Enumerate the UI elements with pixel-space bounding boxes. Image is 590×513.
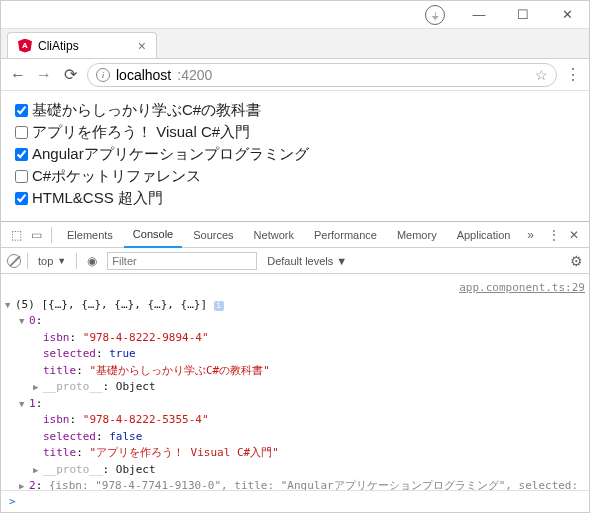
source-link[interactable]: app.component.ts:29 bbox=[459, 280, 585, 297]
devtools-tab-performance[interactable]: Performance bbox=[305, 222, 386, 248]
devtools-close-icon[interactable]: ✕ bbox=[565, 226, 583, 244]
browser-tab[interactable]: A CliAtips × bbox=[7, 32, 157, 58]
tab-strip: A CliAtips × bbox=[1, 29, 589, 59]
book-row: アプリを作ろう！ Visual C#入門 bbox=[15, 123, 575, 142]
reload-button[interactable]: ⟳ bbox=[61, 65, 79, 84]
clear-console-icon[interactable] bbox=[7, 254, 21, 268]
console-object[interactable]: ▼1: bbox=[5, 396, 585, 413]
toolbar: ← → ⟳ i localhost:4200 ☆ ⋮ bbox=[1, 59, 589, 91]
devtools-tab-sources[interactable]: Sources bbox=[184, 222, 242, 248]
console-filter-input[interactable] bbox=[107, 252, 257, 270]
book-title: C#ポケットリファレンス bbox=[32, 167, 201, 186]
console-output[interactable]: app.component.ts:29 ▼(5) [{…}, {…}, {…},… bbox=[1, 274, 589, 490]
devtools-tab-elements[interactable]: Elements bbox=[58, 222, 122, 248]
console-proto[interactable]: ▶__proto__: Object bbox=[5, 462, 585, 479]
console-prop: title: "基礎からしっかり学ぶC#の教科書" bbox=[5, 363, 585, 380]
devtools-tab-application[interactable]: Application bbox=[448, 222, 520, 248]
page-content: 基礎からしっかり学ぶC#の教科書 アプリを作ろう！ Visual C#入門 An… bbox=[1, 91, 589, 221]
back-button[interactable]: ← bbox=[9, 66, 27, 84]
book-checkbox[interactable] bbox=[15, 148, 28, 161]
console-context-select[interactable]: top▼ bbox=[34, 255, 70, 267]
devtools-panel: ⬚ ▭ Elements Console Sources Network Per… bbox=[1, 221, 589, 512]
tab-title: CliAtips bbox=[38, 39, 79, 53]
book-checkbox[interactable] bbox=[15, 126, 28, 139]
book-title: HTML&CSS 超入門 bbox=[32, 189, 163, 208]
info-badge-icon[interactable]: i bbox=[214, 301, 224, 311]
console-prop: isbn: "978-4-8222-5355-4" bbox=[5, 412, 585, 429]
devtools-more-tabs-icon[interactable]: » bbox=[521, 226, 539, 244]
book-checkbox[interactable] bbox=[15, 104, 28, 117]
book-checkbox[interactable] bbox=[15, 192, 28, 205]
browser-menu-icon[interactable]: ⋮ bbox=[565, 65, 581, 84]
console-object-collapsed[interactable]: ▶2: {isbn: "978-4-7741-9130-0", title: "… bbox=[5, 478, 585, 490]
devtools-tab-network[interactable]: Network bbox=[245, 222, 303, 248]
url-port: :4200 bbox=[177, 67, 212, 83]
tab-close-icon[interactable]: × bbox=[138, 38, 146, 54]
console-object[interactable]: ▼0: bbox=[5, 313, 585, 330]
forward-button: → bbox=[35, 66, 53, 84]
window-titlebar: ⏚ — ☐ ✕ bbox=[1, 1, 589, 29]
devtools-tab-memory[interactable]: Memory bbox=[388, 222, 446, 248]
book-row: HTML&CSS 超入門 bbox=[15, 189, 575, 208]
console-prop: isbn: "978-4-8222-9894-4" bbox=[5, 330, 585, 347]
console-prompt[interactable]: > bbox=[1, 490, 589, 512]
bookmark-star-icon[interactable]: ☆ bbox=[535, 67, 548, 83]
book-title: Angularアプリケーションプログラミング bbox=[32, 145, 309, 164]
address-bar[interactable]: i localhost:4200 ☆ bbox=[87, 63, 557, 87]
device-toggle-icon[interactable]: ▭ bbox=[27, 226, 45, 244]
console-prop: selected: true bbox=[5, 346, 585, 363]
book-row: Angularアプリケーションプログラミング bbox=[15, 145, 575, 164]
book-row: 基礎からしっかり学ぶC#の教科書 bbox=[15, 101, 575, 120]
devtools-header: ⬚ ▭ Elements Console Sources Network Per… bbox=[1, 222, 589, 248]
url-host: localhost bbox=[116, 67, 171, 83]
book-title: 基礎からしっかり学ぶC#の教科書 bbox=[32, 101, 261, 120]
devtools-menu-icon[interactable]: ⋮ bbox=[545, 226, 563, 244]
console-proto[interactable]: ▶__proto__: Object bbox=[5, 379, 585, 396]
maximize-button[interactable]: ☐ bbox=[501, 1, 545, 29]
eye-icon[interactable]: ◉ bbox=[83, 252, 101, 270]
book-row: C#ポケットリファレンス bbox=[15, 167, 575, 186]
window-close-button[interactable]: ✕ bbox=[545, 1, 589, 29]
book-checkbox[interactable] bbox=[15, 170, 28, 183]
user-account-icon[interactable]: ⏚ bbox=[413, 1, 457, 29]
site-info-icon[interactable]: i bbox=[96, 68, 110, 82]
console-line[interactable]: ▼(5) [{…}, {…}, {…}, {…}, {…}] i bbox=[5, 297, 585, 314]
console-prop: title: "アプリを作ろう！ Visual C#入門" bbox=[5, 445, 585, 462]
console-prop: selected: false bbox=[5, 429, 585, 446]
log-levels-select[interactable]: Default levels ▼ bbox=[263, 255, 351, 267]
angular-icon: A bbox=[18, 39, 32, 53]
console-settings-icon[interactable]: ⚙ bbox=[570, 253, 583, 269]
minimize-button[interactable]: — bbox=[457, 1, 501, 29]
inspect-element-icon[interactable]: ⬚ bbox=[7, 226, 25, 244]
console-toolbar: top▼ ◉ Default levels ▼ ⚙ bbox=[1, 248, 589, 274]
devtools-tab-console[interactable]: Console bbox=[124, 222, 182, 248]
book-title: アプリを作ろう！ Visual C#入門 bbox=[32, 123, 250, 142]
